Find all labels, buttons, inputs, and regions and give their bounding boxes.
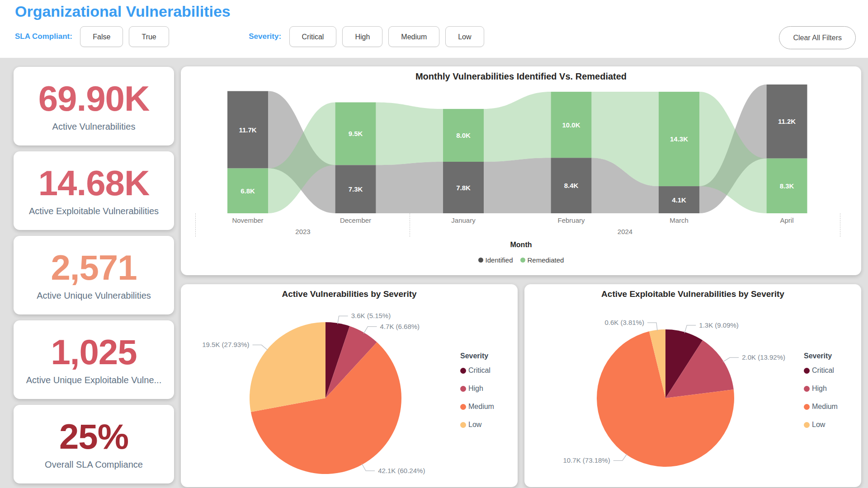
kpi-card: 69.90KActive Vulnerabilities — [14, 67, 174, 145]
legend-dot-icon — [804, 386, 810, 392]
kpi-value: 14.68K — [38, 165, 150, 201]
legend-dot-icon — [520, 258, 525, 263]
kpi-value: 25% — [59, 419, 128, 454]
severity-option-low[interactable]: Low — [445, 26, 484, 47]
year-separator-line — [840, 213, 840, 237]
month-tick-label: November — [232, 216, 263, 224]
month-tick-label: February — [557, 216, 585, 224]
pie-label-leader-line — [252, 345, 268, 350]
ribbon-value-label: 8.3K — [780, 182, 794, 190]
year-separator-line — [195, 213, 196, 237]
pie-legend-title: Severity — [804, 352, 838, 360]
month-tick-label: March — [670, 216, 689, 224]
pie-legend-item-medium[interactable]: Medium — [460, 403, 494, 411]
pie-label-leader-line — [362, 464, 375, 471]
ribbon-chart: 11.7K6.8K9.5K7.3K8.0K7.8K10.0K8.4K14.3K4… — [181, 84, 861, 213]
pie-label-leader-line — [723, 357, 739, 362]
ribbon-chart-panel: Monthly Vulnerabilities Identified Vs. R… — [181, 66, 861, 275]
legend-dot-icon — [460, 404, 466, 410]
ribbon-legend-item-remediated[interactable]: Remediated — [520, 256, 564, 264]
severity-filter-label: Severity: — [249, 26, 281, 47]
sla-filter-buttons: FalseTrue — [74, 26, 169, 34]
pie-label-leader-line — [613, 454, 627, 461]
kpi-card: 14.68KActive Exploitable Vulnerabilities — [14, 151, 174, 230]
pie-legend-item-critical[interactable]: Critical — [460, 366, 494, 375]
ribbon-flow-remediated — [376, 102, 443, 165]
filter-bar: SLA Compliant: FalseTrue Severity: Criti… — [15, 26, 856, 50]
pie-label-leader-line — [363, 327, 377, 333]
kpi-value: 2,571 — [51, 250, 137, 285]
legend-dot-icon — [804, 422, 810, 428]
pie-legend-title: Severity — [460, 352, 494, 360]
legend-item-label: Medium — [468, 403, 494, 411]
pie-slice-low[interactable] — [250, 322, 326, 412]
pie-data-label: 3.6K (5.15%) — [351, 312, 391, 319]
pie-data-label: 1.3K (9.09%) — [699, 321, 739, 329]
ribbon-flow-remediated — [484, 92, 551, 162]
kpi-card: 1,025Active Unique Exploitable Vulne... — [14, 320, 174, 399]
pie-data-label: 10.7K (73.18%) — [563, 456, 610, 464]
kpi-label: Active Unique Exploitable Vulne... — [26, 375, 161, 385]
severity-option-high[interactable]: High — [342, 26, 382, 47]
exploitable-severity-pie-panel: Active Exploitable Vulnerabilities by Se… — [524, 284, 861, 487]
clear-all-filters-button[interactable]: Clear All Filters — [779, 26, 856, 49]
year-group-label: 2023 — [295, 228, 310, 235]
kpi-value: 69.90K — [38, 81, 150, 116]
ribbon-chart-title: Monthly Vulnerabilities Identified Vs. R… — [181, 71, 861, 82]
kpi-label: Active Unique Vulnerabilities — [37, 291, 151, 301]
pie-data-label: 0.6K (3.81%) — [604, 319, 644, 326]
pie-legend-item-critical[interactable]: Critical — [804, 366, 838, 375]
kpi-label: Active Vulnerabilities — [52, 122, 136, 132]
legend-item-label: Critical — [812, 366, 834, 375]
pie-legend-item-high[interactable]: High — [460, 385, 494, 393]
ribbon-legend-item-identified[interactable]: Identified — [478, 256, 513, 264]
legend-item-label: Low — [812, 421, 825, 429]
active-severity-pie-panel: Active Vulnerabilities by Severity 3.6K … — [181, 284, 518, 487]
pie-data-label: 2.0K (13.92%) — [742, 353, 785, 361]
month-tick-label: April — [780, 216, 793, 224]
ribbon-value-label: 10.0K — [562, 121, 580, 129]
legend-item-label: Low — [468, 421, 481, 429]
pie-label-leader-line — [338, 316, 348, 324]
legend-item-label: Remediated — [528, 256, 564, 264]
pie-legend-item-low[interactable]: Low — [804, 421, 838, 429]
ribbon-flow-identified — [376, 162, 443, 213]
kpi-card: 25%Overall SLA Compliance — [14, 405, 174, 483]
ribbon-flow-identified — [484, 158, 551, 213]
legend-dot-icon — [460, 422, 466, 428]
header: Organizational Vulnerabilities SLA Compl… — [0, 0, 868, 58]
month-tick-label: December — [340, 216, 371, 224]
ribbon-value-label: 11.2K — [778, 117, 796, 125]
ribbon-value-label: 14.3K — [670, 135, 688, 143]
ribbon-value-label: 8.4K — [564, 182, 579, 189]
kpi-label: Active Exploitable Vulnerabilities — [29, 206, 159, 216]
pie1-legend: SeverityCriticalHighMediumLow — [460, 352, 494, 439]
legend-item-label: Medium — [812, 403, 838, 411]
legend-dot-icon — [460, 386, 466, 392]
pie-data-label: 19.5K (27.93%) — [202, 341, 249, 348]
pie1-title: Active Vulnerabilities by Severity — [181, 289, 518, 299]
severity-option-critical[interactable]: Critical — [289, 26, 337, 47]
sla-option-true[interactable]: True — [129, 26, 169, 47]
severity-filter-buttons: CriticalHighMediumLow — [283, 26, 484, 34]
kpi-label: Overall SLA Compliance — [45, 460, 143, 470]
ribbon-legend: IdentifiedRemediated — [181, 256, 861, 264]
pie2-legend: SeverityCriticalHighMediumLow — [804, 352, 838, 439]
severity-option-medium[interactable]: Medium — [388, 26, 439, 47]
pie-legend-item-high[interactable]: High — [804, 385, 838, 393]
page-title: Organizational Vulnerabilities — [15, 3, 231, 20]
kpi-value: 1,025 — [51, 334, 137, 370]
pie-label-leader-line — [684, 325, 696, 333]
sla-option-false[interactable]: False — [80, 26, 123, 47]
ribbon-value-label: 11.7K — [239, 126, 256, 134]
pie-data-label: 4.7K (6.68%) — [380, 323, 420, 330]
pie-legend-item-low[interactable]: Low — [460, 421, 494, 429]
pie-legend-item-medium[interactable]: Medium — [804, 403, 838, 411]
ribbon-value-label: 7.3K — [349, 185, 363, 193]
year-group-label: 2024 — [618, 228, 632, 235]
legend-dot-icon — [804, 368, 810, 374]
legend-item-label: Critical — [468, 366, 491, 375]
kpi-card: 2,571Active Unique Vulnerabilities — [14, 236, 174, 314]
sla-filter-label: SLA Compliant: — [15, 26, 72, 47]
month-tick-label: January — [451, 216, 475, 224]
